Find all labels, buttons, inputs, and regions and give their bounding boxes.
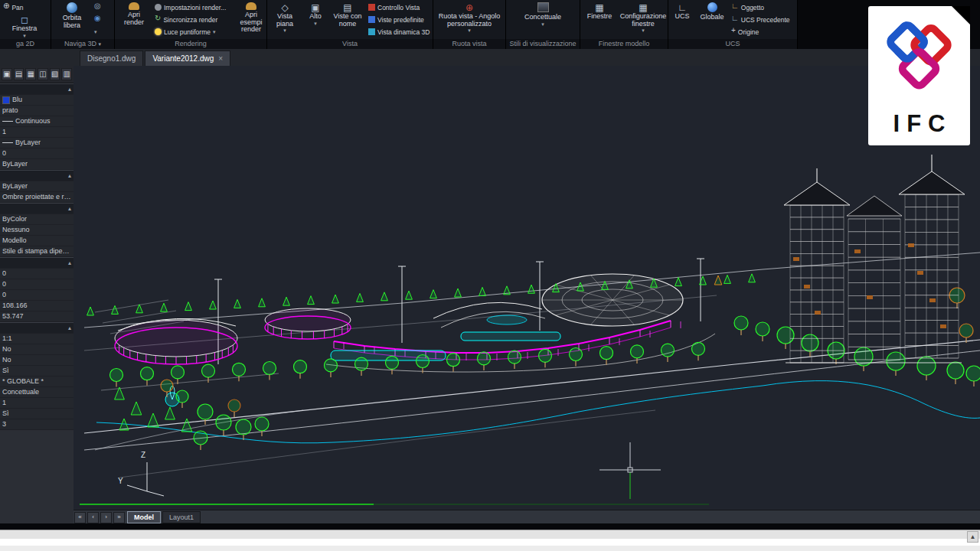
- orbita-libera-button[interactable]: Orbita libera: [53, 2, 91, 39]
- orbit-point-button[interactable]: ◉: [93, 14, 109, 25]
- property-section-row[interactable]: ▴: [0, 257, 74, 269]
- props-toolbar-icon[interactable]: ▤: [14, 68, 24, 80]
- close-tab-icon[interactable]: ×: [218, 54, 223, 63]
- luce-puntiforme-button[interactable]: Luce puntiforme ▾: [153, 26, 231, 37]
- first-tab-button[interactable]: «: [74, 512, 86, 523]
- property-section-row[interactable]: ▴: [0, 322, 74, 334]
- property-section-row[interactable]: ▴: [0, 170, 74, 181]
- viste-predefinite-button[interactable]: Viste predefinite: [367, 14, 433, 25]
- doc-tab-disegno1[interactable]: Disegno1.dwg: [80, 51, 143, 66]
- render-settings-icon: [155, 4, 162, 11]
- collapse-arrow-icon[interactable]: ▴: [68, 204, 71, 214]
- model-viewport[interactable]: ZY: [74, 66, 980, 510]
- ucs-precedente-button[interactable]: ∟ UCS Precedente: [730, 14, 797, 25]
- ribbon-group-naviga-2d: ⊕ Pan ◻ Finestra ▾ ga 2D: [0, 0, 51, 49]
- sincronizza-render-button[interactable]: ↻ Sincronizza render: [153, 14, 231, 25]
- concettuale-button[interactable]: Concettuale ▾: [512, 2, 573, 39]
- property-row[interactable]: 108.166: [0, 301, 74, 311]
- property-row[interactable]: 53.747: [0, 311, 74, 322]
- property-row[interactable]: Sì: [0, 366, 74, 377]
- props-toolbar-icon[interactable]: ▧: [50, 68, 60, 80]
- property-row[interactable]: ByLayer: [0, 159, 74, 170]
- finestre-button[interactable]: ▦ Finestre: [582, 2, 617, 39]
- apri-esempi-render-button[interactable]: Apri esempi render: [233, 2, 266, 39]
- property-row[interactable]: No: [0, 355, 74, 366]
- controllo-vista-button[interactable]: Controllo Vista: [367, 2, 433, 13]
- property-row[interactable]: Sì: [0, 409, 74, 419]
- vista-piana-button[interactable]: ◇ Vista piana ▾: [269, 2, 301, 39]
- property-row[interactable]: Continuous: [0, 116, 74, 127]
- naviga-more-button[interactable]: ▾: [93, 26, 109, 37]
- property-row[interactable]: 0: [0, 148, 74, 159]
- render-sync-icon: ↻: [155, 15, 161, 25]
- ribbon-group-label-ucs[interactable]: UCS: [668, 39, 797, 49]
- props-toolbar-icon[interactable]: ◫: [38, 68, 48, 80]
- property-section-row[interactable]: ▴: [0, 203, 74, 214]
- last-tab-button[interactable]: »: [113, 512, 125, 523]
- property-row[interactable]: Modello: [0, 236, 74, 246]
- ribbon-group-label-stili[interactable]: Stili di visualizzazione: [506, 39, 580, 49]
- props-toolbar-icon[interactable]: ▥: [61, 68, 72, 80]
- apri-render-button[interactable]: Apri render: [116, 2, 152, 39]
- property-row[interactable]: Concettuale: [0, 387, 74, 398]
- props-toolbar-icon[interactable]: ▣: [2, 68, 12, 80]
- alto-button[interactable]: ▣ Alto ▾: [302, 2, 328, 39]
- layout1-tab[interactable]: Layout1: [162, 511, 201, 523]
- property-row[interactable]: Blu: [0, 95, 74, 106]
- viewport-canvas[interactable]: ZY: [74, 66, 980, 510]
- property-row[interactable]: Nessuno: [0, 225, 74, 236]
- ribbon-group-label-naviga-2d[interactable]: ga 2D: [0, 39, 51, 49]
- property-row[interactable]: ByLayer: [0, 181, 74, 192]
- oggetto-button[interactable]: ∟ Oggetto: [730, 2, 797, 13]
- globale-button[interactable]: Globale: [696, 2, 728, 39]
- collapse-arrow-icon[interactable]: ▴: [68, 84, 71, 94]
- property-row[interactable]: prato: [0, 106, 74, 116]
- next-tab-button[interactable]: ›: [100, 512, 112, 523]
- ribbon-group-rendering: Apri render Impostazioni render... ↻ Sin…: [115, 0, 267, 49]
- property-value: 3: [2, 419, 6, 429]
- collapse-arrow-icon[interactable]: ▴: [68, 171, 71, 181]
- ribbon-group-label-naviga-3d[interactable]: Naviga 3D ▾: [51, 39, 114, 49]
- model-tab[interactable]: Model: [127, 511, 161, 523]
- property-row[interactable]: ByLayer: [0, 138, 74, 148]
- collapse-arrow-icon[interactable]: ▴: [68, 323, 71, 333]
- ribbon-group-label-vista[interactable]: Vista: [267, 39, 433, 49]
- vista-dinamica-3d-button[interactable]: Vista dinamica 3D: [367, 26, 433, 37]
- viste-con-nome-button[interactable]: ▤ Viste con nome: [330, 2, 365, 39]
- prev-tab-button[interactable]: ‹: [87, 512, 99, 523]
- property-row[interactable]: No: [0, 344, 74, 355]
- property-row[interactable]: 1: [0, 127, 74, 138]
- steering-wheel-button[interactable]: ◎: [93, 2, 109, 13]
- property-row[interactable]: * GLOBALE *: [0, 377, 74, 387]
- pan-button[interactable]: ⊕ Pan: [2, 2, 49, 13]
- property-row[interactable]: 3: [0, 419, 74, 430]
- property-row[interactable]: 0: [0, 269, 74, 279]
- ruota-vista-button[interactable]: ⊕ Ruota vista - Angolo personalizzato ▾: [435, 2, 504, 39]
- chevron-down-icon: ▾: [468, 28, 471, 33]
- finestra-button[interactable]: ◻ Finestra ▾: [2, 14, 47, 39]
- property-row[interactable]: 0: [0, 279, 74, 290]
- ribbon-group-label-rendering[interactable]: Rendering: [115, 39, 266, 49]
- ucs-axis-icon: ZY: [118, 451, 164, 496]
- collapse-arrow-icon[interactable]: ▴: [68, 258, 71, 268]
- property-section-row[interactable]: ▴: [0, 83, 74, 95]
- ribbon-group-ucs: ∟ UCS Globale ∟ Oggetto ∟ UCS Precedente…: [668, 0, 798, 49]
- svg-text:Y: Y: [118, 477, 123, 485]
- property-row[interactable]: Ombre proiettate e ric...: [0, 192, 74, 203]
- configurazione-finestre-button[interactable]: ▦ Configurazione finestre ▾: [619, 2, 668, 39]
- property-row[interactable]: 0: [0, 290, 74, 301]
- props-toolbar-icon[interactable]: ▦: [25, 68, 36, 80]
- origine-button[interactable]: + Origine: [730, 26, 797, 37]
- ucs-button[interactable]: ∟ UCS: [670, 2, 694, 39]
- impostazioni-render-button[interactable]: Impostazioni render...: [153, 2, 231, 13]
- chevron-down-icon: ▾: [213, 29, 216, 34]
- ribbon-group-label-finestre[interactable]: Finestre modello: [580, 39, 668, 49]
- property-row[interactable]: 1: [0, 398, 74, 409]
- ribbon-group-label-ruota-vista[interactable]: Ruota vista: [433, 39, 505, 49]
- doc-tab-variante2012[interactable]: Variante2012.dwg ×: [145, 51, 230, 66]
- property-row[interactable]: Stile di stampa dipend...: [0, 246, 74, 257]
- scroll-up-button[interactable]: ▲: [967, 531, 978, 543]
- property-row[interactable]: ByColor: [0, 214, 74, 225]
- property-row[interactable]: 1:1: [0, 334, 74, 344]
- tower-wireframe: [784, 155, 965, 363]
